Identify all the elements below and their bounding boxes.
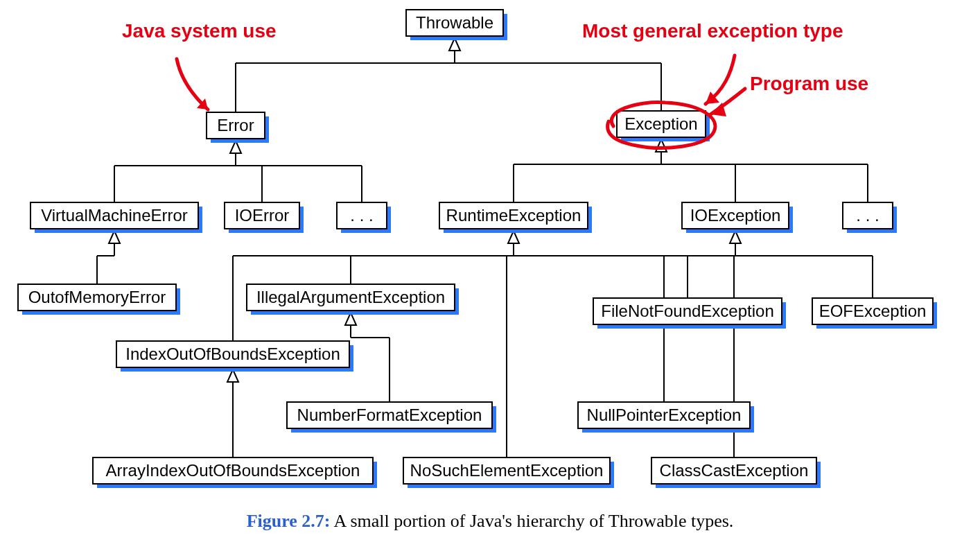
node-label-classCastException: ClassCastException: [660, 461, 809, 480]
node-label-noSuchElementException: NoSuchElementException: [410, 461, 604, 480]
node-label-exceptionEllipsis: . . .: [856, 206, 879, 225]
node-label-arrayIndexOutOfBoundsException: ArrayIndexOutOfBoundsException: [106, 461, 360, 480]
annotation-program-use: Program use: [750, 73, 868, 94]
node-label-outOfMemoryError: OutofMemoryError: [28, 288, 166, 306]
node-label-throwable: Throwable: [416, 13, 493, 32]
node-label-ioException: IOException: [690, 206, 781, 225]
node-label-runtimeException: RuntimeException: [446, 206, 581, 225]
node-label-numberFormatException: NumberFormatException: [297, 406, 482, 424]
node-label-illegalArgumentException: IllegalArgumentException: [256, 288, 445, 306]
node-label-fileNotFoundException: FileNotFoundException: [601, 302, 773, 320]
node-label-error: Error: [217, 116, 254, 134]
node-label-exception: Exception: [624, 114, 697, 133]
annotation-java-system-use: Java system use: [122, 20, 277, 42]
node-label-errorEllipsis: . . .: [350, 206, 373, 225]
throwable-hierarchy-diagram: ThrowableErrorExceptionVirtualMachineErr…: [0, 0, 980, 549]
node-label-ioError: IOError: [235, 206, 290, 225]
node-label-indexOutOfBoundsException: IndexOutOfBoundsException: [125, 345, 340, 363]
node-label-nullPointerException: NullPointerException: [587, 406, 742, 424]
figure-caption: Figure 2.7: A small portion of Java's hi…: [247, 511, 734, 531]
annotation-most-general-exception: Most general exception type: [582, 20, 843, 42]
node-label-virtualMachineError: VirtualMachineError: [41, 206, 188, 225]
node-label-eofException: EOFException: [819, 302, 927, 320]
